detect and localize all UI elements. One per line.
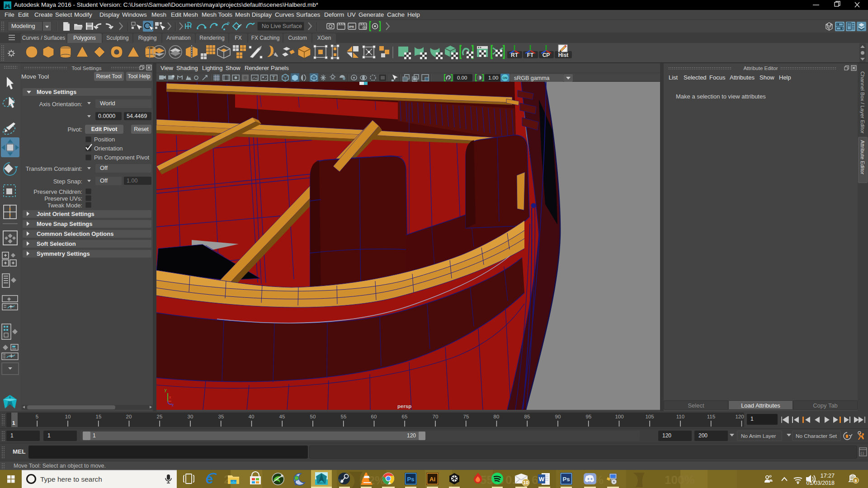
- svg-text:80: 80: [494, 414, 500, 419]
- svg-text:50: 50: [310, 414, 316, 419]
- svg-text:90: 90: [555, 414, 561, 419]
- svg-text:35: 35: [218, 414, 224, 419]
- svg-text:Ps: Ps: [407, 476, 415, 483]
- svg-text:45: 45: [279, 414, 285, 419]
- svg-text:60: 60: [371, 414, 377, 419]
- svg-text:W: W: [539, 476, 545, 483]
- svg-text:5: 5: [36, 414, 38, 419]
- svg-text:115: 115: [707, 414, 715, 419]
- svg-text:105: 105: [645, 414, 654, 419]
- svg-text:1.00: 1.00: [488, 75, 498, 80]
- svg-text:25: 25: [157, 414, 163, 419]
- svg-text:Ai: Ai: [429, 476, 435, 483]
- svg-text:0.00: 0.00: [457, 75, 467, 80]
- svg-text:IPR: IPR: [349, 25, 354, 28]
- svg-text:85: 85: [524, 414, 530, 419]
- svg-text:75: 75: [463, 414, 469, 419]
- svg-text:65: 65: [402, 414, 408, 419]
- svg-text:ON: ON: [503, 76, 508, 80]
- svg-text:17:27: 17:27: [821, 473, 835, 479]
- svg-text:100%: 100%: [665, 473, 695, 487]
- svg-text:110: 110: [676, 414, 684, 419]
- svg-text:CP: CP: [542, 52, 550, 58]
- svg-text:95: 95: [586, 414, 592, 419]
- svg-text:MAYA: MAYA: [318, 482, 325, 484]
- svg-text:01/03/2018: 01/03/2018: [806, 480, 835, 486]
- svg-text:10: 10: [523, 480, 528, 485]
- svg-text:8: 8: [854, 478, 857, 483]
- svg-text:RT: RT: [511, 52, 519, 58]
- svg-text:Hist: Hist: [558, 52, 569, 58]
- svg-text:persp: persp: [397, 404, 411, 409]
- svg-text:{;}: {;}: [861, 451, 864, 455]
- svg-text:Type here to search: Type here to search: [40, 475, 102, 483]
- svg-text:z: z: [172, 403, 174, 407]
- svg-text:sRGB gamma: sRGB gamma: [514, 75, 550, 81]
- svg-text:FT: FT: [527, 52, 534, 58]
- svg-text:120: 120: [735, 414, 744, 419]
- svg-text:40: 40: [249, 414, 255, 419]
- svg-text:20: 20: [126, 414, 132, 419]
- svg-text:T: T: [272, 75, 275, 80]
- svg-text:30: 30: [188, 414, 193, 419]
- svg-text:x: x: [169, 395, 171, 399]
- svg-text:Ps: Ps: [563, 476, 570, 483]
- svg-text:100: 100: [615, 414, 623, 419]
- svg-text:70: 70: [433, 414, 439, 419]
- svg-text:15: 15: [96, 414, 102, 419]
- svg-text:10: 10: [65, 414, 71, 419]
- svg-text:55: 55: [341, 414, 347, 419]
- svg-text:y: y: [165, 388, 167, 392]
